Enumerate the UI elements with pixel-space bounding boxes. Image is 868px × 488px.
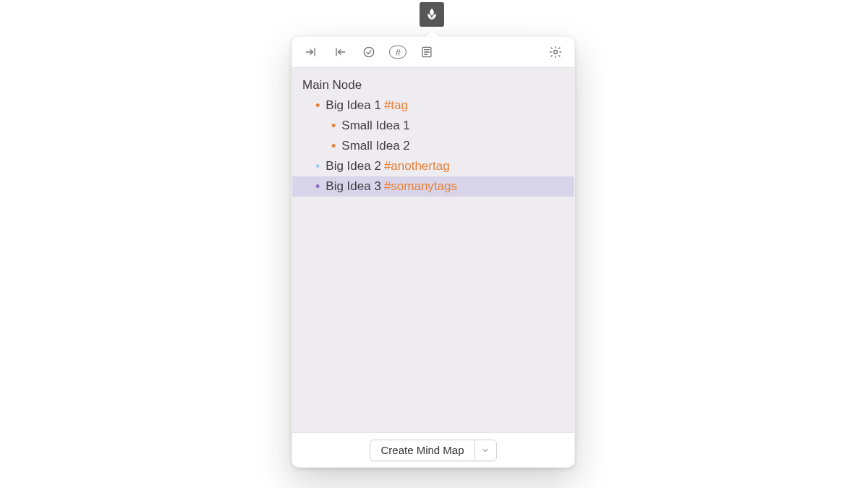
node-text: Big Idea 3 xyxy=(326,179,381,194)
bullet-icon: • xyxy=(331,140,336,153)
chevron-down-icon xyxy=(481,446,490,455)
footer: Create Mind Map xyxy=(292,432,574,467)
quick-entry-popover: # Main Node •Big Idea 1 #tag•Small Idea xyxy=(292,36,575,468)
note-button[interactable] xyxy=(418,43,435,61)
outline-item[interactable]: •Small Idea 1 xyxy=(292,116,574,136)
toolbar: # xyxy=(292,37,574,68)
indent-button[interactable] xyxy=(302,43,320,61)
outline-item[interactable]: •Big Idea 1 #tag xyxy=(292,95,574,116)
outline-item[interactable]: •Small Idea 2 xyxy=(292,136,574,156)
note-icon xyxy=(420,45,434,59)
toggle-check-button[interactable] xyxy=(360,43,378,61)
tag-label: #anothertag xyxy=(384,159,450,174)
create-mind-map-options-button[interactable] xyxy=(475,440,496,461)
bullet-icon: • xyxy=(315,160,320,173)
arrow-left-from-line-icon xyxy=(333,45,347,59)
bullet-icon: • xyxy=(331,119,336,132)
check-circle-icon xyxy=(362,45,376,59)
leaf-icon xyxy=(424,7,440,22)
root-node[interactable]: Main Node xyxy=(292,75,574,95)
tag-label: #somanytags xyxy=(384,179,457,194)
popover-pointer xyxy=(426,29,439,37)
tag-label: #tag xyxy=(384,98,408,113)
node-text: Small Idea 1 xyxy=(341,119,410,133)
outline-item[interactable]: •Big Idea 3 #somanytags xyxy=(292,176,574,197)
button-label: Create Mind Map xyxy=(380,444,464,456)
outdent-button[interactable] xyxy=(331,43,349,61)
bullet-icon: • xyxy=(315,99,320,112)
create-mind-map-button[interactable]: Create Mind Map xyxy=(370,440,474,461)
svg-point-0 xyxy=(364,47,373,56)
svg-point-2 xyxy=(554,51,558,54)
outline-item[interactable]: •Big Idea 2 #anothertag xyxy=(292,156,574,176)
node-text: Big Idea 1 xyxy=(326,98,381,113)
tag-button[interactable]: # xyxy=(389,43,407,61)
hash-icon: # xyxy=(389,46,407,59)
bullet-icon: • xyxy=(315,180,320,193)
node-text: Big Idea 2 xyxy=(326,159,381,174)
outline-area[interactable]: Main Node •Big Idea 1 #tag•Small Idea 1•… xyxy=(292,68,574,432)
arrow-right-to-line-icon xyxy=(304,45,318,59)
node-text: Small Idea 2 xyxy=(341,139,410,153)
gear-icon xyxy=(548,45,563,59)
settings-button[interactable] xyxy=(547,43,564,61)
app-icon[interactable] xyxy=(420,2,444,27)
create-mind-map-split-button: Create Mind Map xyxy=(370,440,496,461)
node-text: Main Node xyxy=(302,78,362,93)
